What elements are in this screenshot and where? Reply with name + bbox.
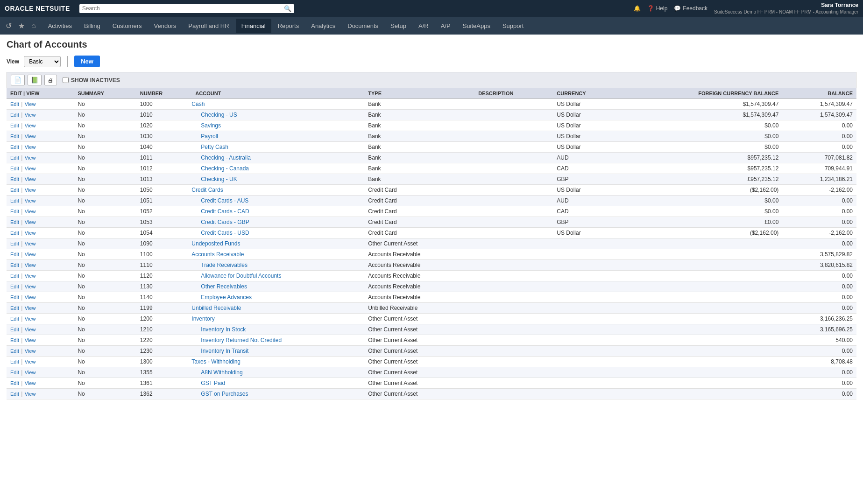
edit-link[interactable]: Edit xyxy=(10,380,19,386)
nav-support[interactable]: Support xyxy=(497,19,530,33)
export-excel-button[interactable]: 📗 xyxy=(28,75,42,85)
edit-link[interactable]: Edit xyxy=(10,337,19,343)
edit-link[interactable]: Edit xyxy=(10,327,19,332)
account-link[interactable]: GST Paid xyxy=(201,380,225,386)
view-link[interactable]: View xyxy=(25,123,36,128)
edit-link[interactable]: Edit xyxy=(10,359,19,364)
edit-link[interactable]: Edit xyxy=(10,187,19,193)
account-link[interactable]: Checking - US xyxy=(201,112,237,118)
view-link[interactable]: View xyxy=(25,262,36,268)
view-link[interactable]: View xyxy=(25,391,36,397)
view-link[interactable]: View xyxy=(25,252,36,257)
view-link[interactable]: View xyxy=(25,198,36,203)
edit-link[interactable]: Edit xyxy=(10,176,19,182)
edit-link[interactable]: Edit xyxy=(10,209,19,214)
export-csv-button[interactable]: 📄 xyxy=(11,75,25,85)
edit-link[interactable]: Edit xyxy=(10,348,19,354)
help-link[interactable]: ❓ Help xyxy=(647,5,668,12)
view-link[interactable]: View xyxy=(25,337,36,343)
account-link[interactable]: GST on Purchases xyxy=(201,391,248,397)
account-link[interactable]: Employee Advances xyxy=(201,294,252,301)
nav-ap[interactable]: A/P xyxy=(435,19,456,33)
nav-ar[interactable]: A/R xyxy=(413,19,434,33)
view-link[interactable]: View xyxy=(25,176,36,182)
edit-link[interactable]: Edit xyxy=(10,370,19,375)
view-link[interactable]: View xyxy=(25,359,36,364)
edit-link[interactable]: Edit xyxy=(10,305,19,311)
nav-documents[interactable]: Documents xyxy=(342,19,384,33)
view-link[interactable]: View xyxy=(25,112,36,118)
history-icon[interactable]: ↺ xyxy=(4,20,14,32)
view-link[interactable]: View xyxy=(25,294,36,300)
view-link[interactable]: View xyxy=(25,316,36,322)
account-link[interactable]: Undeposited Funds xyxy=(191,240,240,247)
nav-setup[interactable]: Setup xyxy=(385,19,412,33)
view-link[interactable]: View xyxy=(25,133,36,139)
account-link[interactable]: Credit Cards - USD xyxy=(201,230,249,236)
user-info[interactable]: Sara Torrance SuiteSuccess Demo FF PRM -… xyxy=(714,2,858,15)
view-link[interactable]: View xyxy=(25,155,36,161)
edit-link[interactable]: Edit xyxy=(10,123,19,128)
edit-link[interactable]: Edit xyxy=(10,155,19,161)
account-link[interactable]: Inventory In Transit xyxy=(201,348,248,354)
account-link[interactable]: Unbilled Receivable xyxy=(191,305,241,311)
edit-link[interactable]: Edit xyxy=(10,230,19,236)
view-link[interactable]: View xyxy=(25,209,36,214)
nav-activities[interactable]: Activities xyxy=(42,19,78,33)
favorites-icon[interactable]: ★ xyxy=(16,20,27,32)
feedback-link[interactable]: 💬 Feedback xyxy=(674,5,707,12)
edit-link[interactable]: Edit xyxy=(10,144,19,150)
account-link[interactable]: Checking - Canada xyxy=(201,165,249,172)
edit-link[interactable]: Edit xyxy=(10,316,19,322)
view-link[interactable]: View xyxy=(25,273,36,279)
nav-billing[interactable]: Billing xyxy=(78,19,106,33)
account-link[interactable]: Payroll xyxy=(201,133,218,140)
edit-link[interactable]: Edit xyxy=(10,252,19,257)
account-link[interactable]: Credit Cards - CAD xyxy=(201,208,249,215)
account-link[interactable]: Inventory xyxy=(191,315,214,322)
nav-customers[interactable]: Customers xyxy=(107,19,148,33)
nav-suiteapps[interactable]: SuiteApps xyxy=(457,19,496,33)
account-link[interactable]: Credit Cards - AUS xyxy=(201,197,248,204)
edit-link[interactable]: Edit xyxy=(10,262,19,268)
view-select[interactable]: Basic Detailed xyxy=(24,56,61,67)
new-button[interactable]: New xyxy=(74,56,100,67)
nav-analytics[interactable]: Analytics xyxy=(305,19,341,33)
account-link[interactable]: Credit Cards xyxy=(191,187,223,193)
view-link[interactable]: View xyxy=(25,241,36,246)
edit-link[interactable]: Edit xyxy=(10,241,19,246)
account-link[interactable]: Cash xyxy=(191,101,205,107)
account-link[interactable]: Credit Cards - GBP xyxy=(201,219,249,225)
edit-link[interactable]: Edit xyxy=(10,101,19,107)
account-link[interactable]: Trade Receivables xyxy=(201,262,248,268)
edit-link[interactable]: Edit xyxy=(10,112,19,118)
account-link[interactable]: Checking - Australia xyxy=(201,154,251,161)
view-link[interactable]: View xyxy=(25,305,36,311)
edit-link[interactable]: Edit xyxy=(10,391,19,397)
edit-link[interactable]: Edit xyxy=(10,133,19,139)
account-link[interactable]: A8N Withholding xyxy=(201,369,242,376)
print-button[interactable]: 🖨 xyxy=(44,75,57,85)
nav-payroll-hr[interactable]: Payroll and HR xyxy=(183,19,234,33)
view-link[interactable]: View xyxy=(25,144,36,150)
view-link[interactable]: View xyxy=(25,101,36,107)
view-link[interactable]: View xyxy=(25,380,36,386)
account-link[interactable]: Other Receivables xyxy=(201,283,247,290)
account-link[interactable]: Allowance for Doubtful Accounts xyxy=(201,273,281,279)
view-link[interactable]: View xyxy=(25,166,36,171)
nav-vendors[interactable]: Vendors xyxy=(149,19,182,33)
nav-financial[interactable]: Financial xyxy=(236,19,271,33)
edit-link[interactable]: Edit xyxy=(10,273,19,279)
account-link[interactable]: Inventory Returned Not Credited xyxy=(201,337,282,343)
search-bar[interactable]: 🔍 xyxy=(79,4,294,13)
edit-link[interactable]: Edit xyxy=(10,219,19,225)
view-link[interactable]: View xyxy=(25,230,36,236)
edit-link[interactable]: Edit xyxy=(10,284,19,289)
view-link[interactable]: View xyxy=(25,284,36,289)
account-link[interactable]: Checking - UK xyxy=(201,176,237,182)
view-link[interactable]: View xyxy=(25,327,36,332)
account-link[interactable]: Accounts Receivable xyxy=(191,251,244,258)
account-link[interactable]: Petty Cash xyxy=(201,144,228,150)
home-icon[interactable]: ⌂ xyxy=(29,20,38,32)
account-link[interactable]: Taxes - Withholding xyxy=(191,358,241,365)
